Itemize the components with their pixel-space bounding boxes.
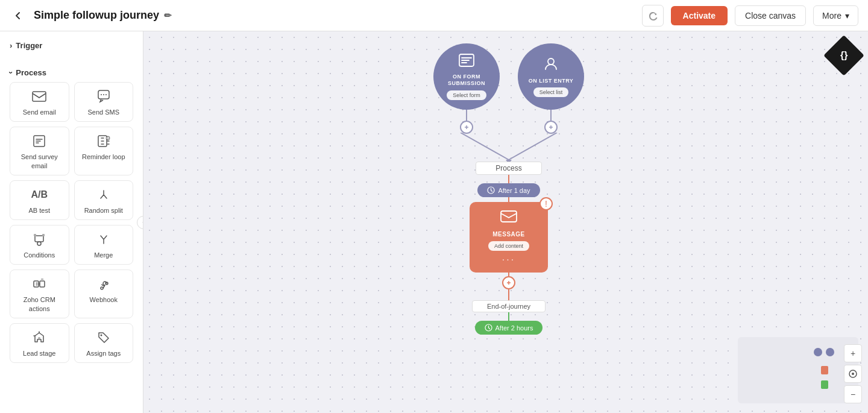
random-split-label: Random split <box>84 206 123 215</box>
lead-stage-icon <box>33 330 46 345</box>
process-section-header[interactable]: › Process <box>10 66 133 82</box>
svg-rect-10 <box>34 234 36 236</box>
flow-diagram: ON FORMSUBMISSION Select form <box>427 43 590 335</box>
journey-title-container: Simple followup journey ✏ <box>34 9 172 22</box>
canvas: {} ON FORMSUBMISSION Sele <box>143 31 868 413</box>
process-section-label: Process <box>16 68 46 77</box>
form-trigger-dot[interactable] <box>460 121 473 134</box>
svg-point-19 <box>548 58 554 65</box>
svg-point-17 <box>100 335 102 336</box>
zoom-in-button[interactable]: + <box>844 344 862 362</box>
send-sms-icon <box>97 89 110 104</box>
zoom-reset-button[interactable] <box>844 365 862 383</box>
reminder-loop-icon <box>97 133 110 149</box>
form-submission-icon <box>458 53 475 71</box>
edit-icon[interactable]: ✏ <box>164 10 172 21</box>
reminder-loop-label: Reminder loop <box>82 153 125 161</box>
sidebar-item-zoho-crm[interactable]: Zoho CRM actions <box>10 270 69 318</box>
select-form-button[interactable]: Select form <box>447 90 486 100</box>
form-submission-label: ON FORMSUBMISSION <box>443 74 490 87</box>
activate-button[interactable]: Activate <box>671 6 728 25</box>
add-content-button[interactable]: Add content <box>488 241 529 251</box>
converge-lines-svg <box>427 133 590 163</box>
sidebar-item-merge[interactable]: Merge <box>74 225 134 265</box>
sidebar-item-assign-tags[interactable]: Assign tags <box>74 323 134 363</box>
sidebar-item-send-sms[interactable]: Send SMS <box>74 82 134 122</box>
mini-node-4 <box>821 380 828 389</box>
lead-stage-label: Lead stage <box>23 349 55 358</box>
sidebar-item-conditions[interactable]: Conditions <box>10 225 69 265</box>
trigger-list-entry-circle[interactable]: ON LIST ENTRY Select list <box>518 43 584 110</box>
send-email-icon <box>32 89 46 104</box>
close-canvas-button[interactable]: Close canvas <box>735 5 806 26</box>
svg-rect-2 <box>101 94 102 95</box>
sidebar-item-ab-test[interactable]: A/B AB test <box>10 180 69 220</box>
ab-test-icon: A/B <box>31 187 48 203</box>
list-trigger-dot[interactable] <box>544 121 558 134</box>
warning-badge: ! <box>539 197 553 210</box>
send-survey-icon <box>33 133 46 149</box>
zoho-crm-icon <box>33 276 46 292</box>
svg-rect-0 <box>33 92 46 101</box>
sidebar-item-send-email[interactable]: Send email <box>10 82 69 122</box>
svg-point-16 <box>38 337 40 339</box>
sidebar-item-lead-stage[interactable]: Lead stage <box>10 323 69 363</box>
mini-node-1 <box>814 348 822 356</box>
sidebar-item-random-split[interactable]: Random split <box>74 180 134 220</box>
trigger-section-header[interactable]: › Trigger <box>10 39 133 55</box>
zoom-controls: + − <box>844 344 862 403</box>
svg-point-14 <box>101 287 103 289</box>
conditions-icon <box>33 232 46 247</box>
delay-to-message-line <box>508 197 509 202</box>
svg-point-8 <box>37 242 41 245</box>
select-list-button[interactable]: Select list <box>533 87 569 97</box>
trigger-list-entry: ON LIST ENTRY Select list <box>518 43 584 134</box>
mini-node-2 <box>826 348 834 356</box>
zoom-out-button[interactable]: − <box>844 385 862 403</box>
svg-rect-13 <box>41 279 43 280</box>
conditions-label: Conditions <box>24 251 55 259</box>
assign-tags-label: Assign tags <box>86 349 121 358</box>
topbar: Simple followup journey ✏ Activate Close… <box>0 0 868 31</box>
message-dots: ··· <box>502 254 515 265</box>
sidebar-item-reminder-loop[interactable]: Reminder loop <box>74 127 134 175</box>
delay-2-badge[interactable]: After 2 hours <box>475 321 543 335</box>
sidebar-process-section: › Process Send email <box>0 58 143 371</box>
list-entry-label: ON LIST ENTRY <box>524 78 579 84</box>
sidebar-item-webhook[interactable]: Webhook <box>74 270 134 318</box>
merge-icon <box>97 232 110 247</box>
sidebar-trigger-section: › Trigger <box>0 31 143 58</box>
process-section: Process <box>476 162 541 183</box>
ab-test-label: AB test <box>29 206 50 215</box>
mini-node-3 <box>821 366 828 374</box>
svg-rect-3 <box>103 94 104 95</box>
trigger-row: ON FORMSUBMISSION Select form <box>433 43 584 134</box>
trigger-form-submission: ON FORMSUBMISSION Select form <box>433 43 500 134</box>
refresh-button[interactable] <box>642 5 664 27</box>
svg-rect-12 <box>40 281 45 287</box>
sidebar-item-send-survey-email[interactable]: Send survey email <box>10 127 69 175</box>
send-email-label: Send email <box>23 108 56 116</box>
list-connector-line <box>550 110 552 121</box>
more-button[interactable]: More ▾ <box>813 5 858 26</box>
svg-rect-9 <box>42 234 45 236</box>
back-button[interactable] <box>10 7 27 24</box>
message-expand-section <box>502 273 515 289</box>
webhook-icon <box>97 276 110 292</box>
main-content: › Trigger › Process Send email <box>0 31 868 413</box>
random-split-icon <box>97 187 110 203</box>
end-to-delay2-line <box>508 312 509 321</box>
message-expand-dot[interactable] <box>502 276 515 289</box>
delay-1-badge[interactable]: After 1 day <box>477 183 539 197</box>
message-node[interactable]: ! MESSAGE Add content ··· <box>470 202 548 273</box>
mini-map <box>738 337 858 403</box>
end-journey-label: End-of-journey <box>472 300 546 312</box>
process-chevron: › <box>7 71 16 74</box>
diamond-badge[interactable]: {} <box>823 35 864 76</box>
form-connector-line <box>466 110 467 121</box>
trigger-section-label: Trigger <box>16 41 42 50</box>
svg-rect-4 <box>105 94 107 95</box>
merge-label: Merge <box>94 251 113 259</box>
trigger-form-submission-circle[interactable]: ON FORMSUBMISSION Select form <box>433 43 500 110</box>
list-entry-icon <box>543 56 559 75</box>
